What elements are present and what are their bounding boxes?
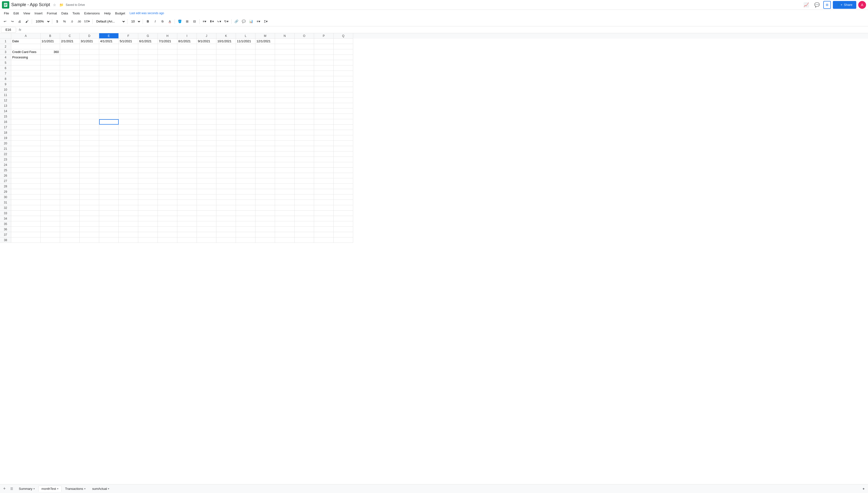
cell-G20[interactable] bbox=[138, 141, 158, 146]
cell-D29[interactable] bbox=[80, 189, 99, 194]
cell-F25[interactable] bbox=[119, 168, 138, 173]
cell-M30[interactable] bbox=[255, 194, 275, 200]
cell-J5[interactable] bbox=[197, 60, 216, 65]
cell-Q23[interactable] bbox=[334, 157, 353, 162]
cell-M7[interactable] bbox=[255, 71, 275, 76]
cell-L22[interactable] bbox=[236, 151, 255, 157]
cell-C26[interactable] bbox=[60, 173, 80, 178]
cell-B7[interactable] bbox=[41, 71, 60, 76]
row-number-13[interactable]: 13 bbox=[0, 103, 11, 108]
cell-E14[interactable] bbox=[99, 108, 119, 114]
cell-B18[interactable] bbox=[41, 130, 60, 135]
cell-J29[interactable] bbox=[197, 189, 216, 194]
cell-C24[interactable] bbox=[60, 162, 80, 168]
cell-O5[interactable] bbox=[294, 60, 314, 65]
cell-E37[interactable] bbox=[99, 232, 119, 237]
cell-M24[interactable] bbox=[255, 162, 275, 168]
cell-Q35[interactable] bbox=[334, 221, 353, 227]
cell-A20[interactable] bbox=[11, 141, 41, 146]
cell-E18[interactable] bbox=[99, 130, 119, 135]
cell-I9[interactable] bbox=[177, 82, 197, 87]
cell-I17[interactable] bbox=[177, 125, 197, 130]
cell-N36[interactable] bbox=[275, 227, 294, 232]
cell-I23[interactable] bbox=[177, 157, 197, 162]
cell-J7[interactable] bbox=[197, 71, 216, 76]
cell-J22[interactable] bbox=[197, 151, 216, 157]
chart-button[interactable]: 📊 bbox=[248, 18, 254, 25]
cell-F7[interactable] bbox=[119, 71, 138, 76]
cell-A24[interactable] bbox=[11, 162, 41, 168]
cell-K21[interactable] bbox=[216, 146, 236, 151]
cell-O22[interactable] bbox=[294, 151, 314, 157]
cell-D26[interactable] bbox=[80, 173, 99, 178]
cell-B22[interactable] bbox=[41, 151, 60, 157]
cell-Q29[interactable] bbox=[334, 189, 353, 194]
cell-H10[interactable] bbox=[158, 87, 177, 92]
cell-P34[interactable] bbox=[314, 216, 334, 221]
cell-Q21[interactable] bbox=[334, 146, 353, 151]
cell-O15[interactable] bbox=[294, 114, 314, 119]
menu-edit[interactable]: Edit bbox=[12, 11, 21, 16]
cell-J6[interactable] bbox=[197, 65, 216, 71]
cell-K12[interactable] bbox=[216, 98, 236, 103]
cell-Q3[interactable] bbox=[334, 49, 353, 55]
cell-Q19[interactable] bbox=[334, 135, 353, 141]
row-number-24[interactable]: 24 bbox=[0, 162, 11, 168]
cell-H4[interactable] bbox=[158, 55, 177, 60]
cell-B11[interactable] bbox=[41, 92, 60, 98]
cell-I10[interactable] bbox=[177, 87, 197, 92]
cell-I4[interactable] bbox=[177, 55, 197, 60]
cell-A23[interactable] bbox=[11, 157, 41, 162]
cell-B21[interactable] bbox=[41, 146, 60, 151]
cell-A27[interactable] bbox=[11, 178, 41, 184]
row-number-33[interactable]: 33 bbox=[0, 211, 11, 216]
cell-G22[interactable] bbox=[138, 151, 158, 157]
formula-input[interactable] bbox=[23, 28, 867, 31]
cell-P26[interactable] bbox=[314, 173, 334, 178]
cell-O24[interactable] bbox=[294, 162, 314, 168]
cell-O31[interactable] bbox=[294, 200, 314, 205]
cell-F18[interactable] bbox=[119, 130, 138, 135]
cell-I29[interactable] bbox=[177, 189, 197, 194]
cell-E15[interactable] bbox=[99, 114, 119, 119]
cell-B8[interactable] bbox=[41, 76, 60, 82]
cell-C19[interactable] bbox=[60, 135, 80, 141]
cell-D34[interactable] bbox=[80, 216, 99, 221]
cell-B29[interactable] bbox=[41, 189, 60, 194]
cell-O19[interactable] bbox=[294, 135, 314, 141]
cell-Q10[interactable] bbox=[334, 87, 353, 92]
currency-button[interactable]: $ bbox=[54, 18, 61, 25]
cell-J4[interactable] bbox=[197, 55, 216, 60]
cell-B3[interactable]: 360 bbox=[41, 49, 60, 55]
cell-N3[interactable] bbox=[275, 49, 294, 55]
cell-O4[interactable] bbox=[294, 55, 314, 60]
cell-G15[interactable] bbox=[138, 114, 158, 119]
cell-P1[interactable] bbox=[314, 39, 334, 44]
cell-E17[interactable] bbox=[99, 125, 119, 130]
cell-G24[interactable] bbox=[138, 162, 158, 168]
cell-K35[interactable] bbox=[216, 221, 236, 227]
font-size-select[interactable]: 10 8 9 11 12 14 bbox=[129, 18, 141, 25]
cell-K17[interactable] bbox=[216, 125, 236, 130]
cell-E35[interactable] bbox=[99, 221, 119, 227]
cell-B17[interactable] bbox=[41, 125, 60, 130]
cell-K11[interactable] bbox=[216, 92, 236, 98]
cell-M1[interactable]: 12/1/2021 bbox=[255, 39, 275, 44]
cell-K16[interactable] bbox=[216, 119, 236, 125]
cell-J21[interactable] bbox=[197, 146, 216, 151]
cell-G32[interactable] bbox=[138, 205, 158, 211]
cell-F36[interactable] bbox=[119, 227, 138, 232]
row-number-32[interactable]: 32 bbox=[0, 205, 11, 211]
cell-C9[interactable] bbox=[60, 82, 80, 87]
cell-Q1[interactable] bbox=[334, 39, 353, 44]
cell-F27[interactable] bbox=[119, 178, 138, 184]
cell-F10[interactable] bbox=[119, 87, 138, 92]
cell-E38[interactable] bbox=[99, 237, 119, 243]
cell-A1[interactable]: Date bbox=[11, 39, 41, 44]
cell-N17[interactable] bbox=[275, 125, 294, 130]
cell-D30[interactable] bbox=[80, 194, 99, 200]
cell-M34[interactable] bbox=[255, 216, 275, 221]
cell-N8[interactable] bbox=[275, 76, 294, 82]
comments-button[interactable]: 💬 bbox=[813, 0, 821, 9]
cell-F31[interactable] bbox=[119, 200, 138, 205]
